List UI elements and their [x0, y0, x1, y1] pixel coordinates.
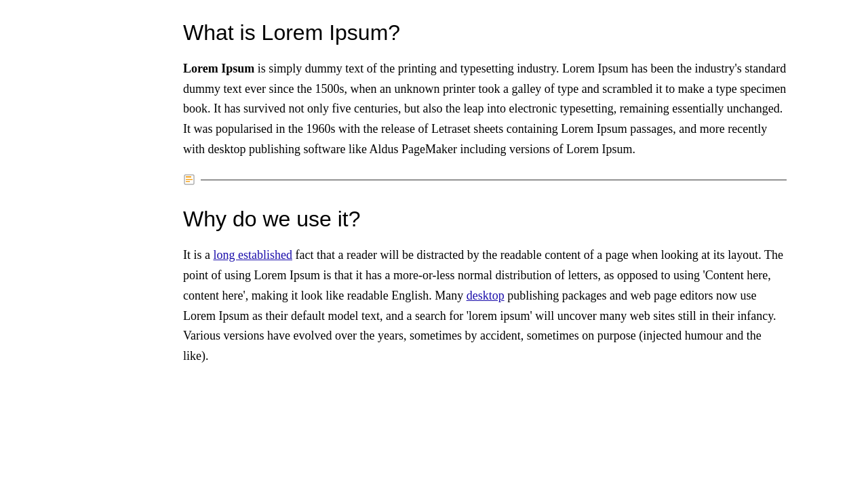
section1-heading: What is Lorem Ipsum? — [183, 20, 787, 45]
svg-rect-1 — [186, 176, 191, 178]
section1-bold-intro: Lorem Ipsum — [183, 62, 254, 75]
divider-line — [201, 180, 787, 180]
svg-rect-3 — [186, 181, 190, 182]
section1-body: Lorem Ipsum is simply dummy text of the … — [183, 59, 787, 159]
svg-rect-2 — [186, 179, 193, 180]
page-container: What is Lorem Ipsum? Lorem Ipsum is simp… — [54, 0, 814, 394]
section2-heading: Why do we use it? — [183, 207, 787, 232]
section2-body: It is a long established fact that a rea… — [183, 245, 787, 366]
section2-body-start: It is a — [183, 248, 214, 262]
section-2: Why do we use it? It is a long establish… — [183, 207, 787, 366]
divider-row — [183, 173, 787, 186]
collapse-icon[interactable] — [183, 173, 197, 186]
section2-link1[interactable]: long established — [214, 248, 292, 262]
section-1: What is Lorem Ipsum? Lorem Ipsum is simp… — [183, 20, 787, 159]
section2-link2[interactable]: desktop — [467, 289, 505, 302]
section1-body-text: is simply dummy text of the printing and… — [183, 62, 786, 156]
